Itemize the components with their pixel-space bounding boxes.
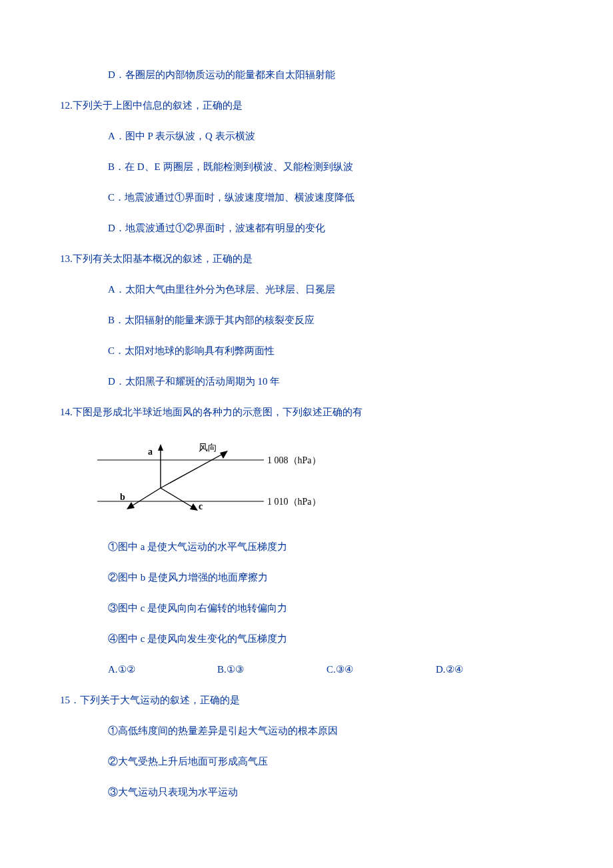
vector-b-label: b [120,492,125,502]
q14-option-c: C.③④ [326,661,436,677]
q12-option-b: B．在 D、E 两圈层，既能检测到横波、又能检测到纵波 [60,159,553,175]
q15-statement-2: ②大气受热上升后地面可形成高气压 [60,753,553,769]
q14-statement-3: ③图中 c 是使风向向右偏转的地转偏向力 [60,600,553,616]
q15-statement-1: ①高低纬度间的热量差异是引起大气运动的根本原因 [60,723,553,739]
q11-option-d: D．各圈层的内部物质运动的能量都来自太阳辐射能 [60,67,553,83]
isobar-1008-label: 1 008（hPa） [267,455,321,465]
q14-option-b: B.①③ [217,661,326,677]
q12-option-c: C．地震波通过①界面时，纵波速度增加、横波速度降低 [60,189,553,205]
q15-stem: 15．下列关于大气运动的叙述，正确的是 [60,692,553,708]
q14-statement-2: ②图中 b 是使风力增强的地面摩擦力 [60,569,553,585]
q14-stem: 14.下图是形成北半球近地面风的各种力的示意图，下列叙述正确的有 [60,404,553,420]
q13-stem: 13.下列有关太阳基本概况的叙述，正确的是 [60,251,553,267]
q14-statement-1: ①图中 a 是使大气运动的水平气压梯度力 [60,539,553,555]
wind-direction-label: 风向 [199,443,217,453]
q14-options-row: A.①② B.①③ C.③④ D.②④ [60,661,553,677]
q15-statement-3: ③大气运动只表现为水平运动 [60,784,553,800]
q12-option-a: A．图中 P 表示纵波，Q 表示横波 [60,128,553,144]
q14-option-d: D.②④ [436,661,516,677]
q14-option-a: A.①② [108,661,217,677]
isobar-1010-label: 1 010（hPa） [267,497,321,507]
q13-option-a: A．太阳大气由里往外分为色球层、光球层、日冕层 [60,281,553,297]
q13-option-b: B．太阳辐射的能量来源于其内部的核裂变反应 [60,312,553,328]
q13-option-c: C．太阳对地球的影响具有利弊两面性 [60,343,553,359]
vector-a-label: a [148,447,153,457]
q14-statement-4: ④图中 c 是使风向发生变化的气压梯度力 [60,631,553,647]
q14-diagram: 1 008（hPa） 1 010（hPa） a 风向 b c [60,435,553,521]
q12-stem: 12.下列关于上图中信息的叙述，正确的是 [60,97,553,113]
q13-option-d: D．太阳黑子和耀斑的活动周期为 10 年 [60,373,553,389]
q12-option-d: D．地震波通过①②界面时，波速都有明显的变化 [60,220,553,236]
vector-c-label: c [199,501,203,511]
